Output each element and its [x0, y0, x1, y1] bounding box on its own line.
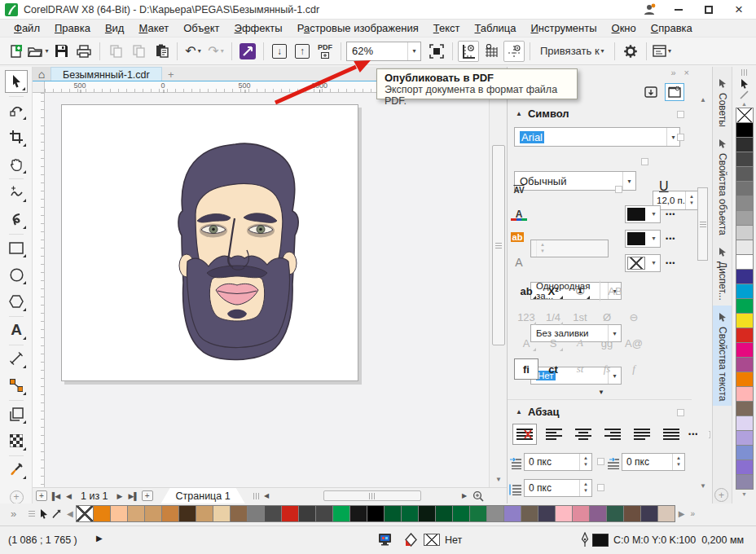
font-style-dropdown-icon[interactable]: ▾	[622, 172, 635, 190]
opentype-feature-button[interactable]: A	[514, 332, 538, 354]
docker-scroll-up-icon[interactable]: ▲	[697, 93, 710, 106]
color-swatch[interactable]	[736, 137, 754, 152]
color-swatch[interactable]	[298, 505, 316, 522]
docker-tab[interactable]: Диспет...	[713, 240, 732, 306]
opentype-feature-button[interactable]: ⊖	[622, 306, 646, 328]
menu-item[interactable]: Правка	[47, 20, 98, 36]
add-page-after-button[interactable]: +	[142, 490, 153, 501]
palette-nav-left-icon[interactable]: ◀	[64, 509, 76, 518]
palette-overflow-left[interactable]: »	[0, 503, 27, 524]
kerning-checkbox[interactable]	[615, 186, 622, 193]
color-swatch[interactable]	[736, 459, 754, 475]
snap-dropdown-icon[interactable]: ▾	[601, 47, 604, 55]
menu-item[interactable]: Макет	[131, 20, 176, 36]
snap-to-button[interactable]: Привязать к ▾	[535, 41, 609, 62]
freehand-tool[interactable]	[5, 181, 28, 204]
color-swatch[interactable]	[76, 505, 94, 522]
crop-tool[interactable]	[5, 125, 28, 148]
font-name-combo[interactable]: Arial ▾	[514, 127, 680, 147]
color-swatch[interactable]	[736, 122, 754, 138]
close-button[interactable]: ×	[727, 1, 751, 19]
menu-item[interactable]: Вид	[98, 20, 132, 36]
opentype-feature-button[interactable]: A	[568, 332, 592, 354]
spin-arrows[interactable]: ▲▼	[672, 454, 684, 470]
color-swatch[interactable]	[736, 240, 754, 255]
import-styles-icon[interactable]	[641, 83, 661, 101]
spin-arrows[interactable]: ▲▼	[579, 454, 591, 470]
palette-scroll-down-icon[interactable]: ▼	[739, 491, 749, 497]
align-none-button[interactable]	[512, 424, 537, 445]
docker-tab[interactable]: Советы	[713, 72, 732, 132]
menu-item[interactable]: Объект	[176, 20, 226, 36]
zoom-magnifier-icon[interactable]	[472, 490, 484, 502]
window-options-dropdown-icon[interactable]: ▾	[668, 47, 671, 55]
color-swatch[interactable]	[640, 505, 658, 522]
paragraph-section-header[interactable]: ▲ Абзац	[516, 406, 560, 418]
font-name-checkbox[interactable]	[677, 134, 684, 141]
color-swatch[interactable]	[736, 298, 754, 314]
docker-tab[interactable]: Свойства текста	[713, 306, 732, 406]
last-page-button[interactable]: ▶▌	[128, 490, 140, 502]
show-grid-button[interactable]	[481, 41, 502, 62]
color-swatch[interactable]	[736, 357, 754, 372]
background-color-dropdown-icon[interactable]: ▼	[648, 231, 660, 247]
h-scroll-right-icon[interactable]: ▶	[459, 490, 471, 502]
color-swatch[interactable]	[332, 505, 350, 522]
color-swatch[interactable]	[736, 181, 754, 196]
color-swatch[interactable]	[589, 505, 607, 522]
connector-tool[interactable]	[5, 374, 28, 397]
color-swatch[interactable]	[486, 505, 504, 522]
docker-scroll-thumb[interactable]	[697, 187, 708, 261]
palette-eyedropper-icon[interactable]	[740, 90, 749, 99]
color-eyedropper-tool[interactable]	[5, 458, 28, 481]
color-swatch[interactable]	[736, 445, 754, 460]
background-settings-button[interactable]: •••	[666, 235, 675, 243]
opentype-feature-button[interactable]: S	[541, 332, 565, 354]
drawing-canvas[interactable]	[45, 93, 489, 487]
font-style-checkbox[interactable]	[641, 158, 648, 165]
open-dropdown-icon[interactable]: ▾	[45, 47, 48, 55]
fill-settings-button[interactable]: •••	[666, 210, 675, 218]
docker-scrollbar[interactable]: ▲ ▼	[697, 106, 709, 489]
background-color-swatch-combo[interactable]: ▼	[625, 230, 661, 248]
palette-eyedropper-icon[interactable]	[51, 509, 61, 519]
opentype-feature-button[interactable]: ab	[514, 280, 538, 301]
color-swatch[interactable]	[418, 505, 436, 522]
opentype-feature-button[interactable]: f	[622, 358, 646, 380]
fill-color-swatch-combo[interactable]: ▼	[625, 205, 661, 223]
window-options-button[interactable]: ▾	[652, 41, 673, 62]
pick-tool[interactable]	[5, 70, 28, 93]
outline-settings-button[interactable]: •••	[666, 259, 675, 267]
user-account-icon[interactable]	[643, 3, 656, 16]
color-swatch[interactable]	[435, 505, 453, 522]
outline-color-swatch-combo[interactable]: ▼	[625, 254, 661, 272]
zoom-dropdown-icon[interactable]: ▾	[407, 42, 420, 60]
left-indent-spinner[interactable]: 0 пкс ▲▼	[524, 479, 592, 497]
indent-checkbox[interactable]	[597, 484, 604, 491]
color-swatch[interactable]	[230, 505, 248, 522]
character-section-header[interactable]: ▲ Символ	[516, 108, 569, 120]
document-page[interactable]	[61, 104, 358, 381]
canvas-vertical-scrollbar[interactable]: ▲ ▼	[489, 81, 507, 487]
menu-item[interactable]: Инструменты	[523, 20, 604, 36]
opentype-feature-button[interactable]: ①	[568, 280, 592, 301]
splitter-grip[interactable]	[253, 493, 259, 499]
app-launcher-button[interactable]	[237, 41, 258, 62]
collapse-icon[interactable]: ▲	[516, 408, 522, 416]
align-left-button[interactable]	[542, 424, 566, 445]
add-docker-button[interactable]: +	[714, 488, 728, 502]
horizontal-scroll-thumb[interactable]	[323, 490, 421, 501]
outline-color-dropdown-icon[interactable]: ▼	[648, 255, 660, 271]
next-page-button[interactable]: ▶	[114, 490, 126, 502]
fit-page-button[interactable]	[426, 41, 447, 62]
h-scroll-left-icon[interactable]: ◀	[261, 490, 273, 502]
menu-item[interactable]: Файл	[7, 20, 47, 36]
opentype-feature-button[interactable]: 123	[514, 306, 538, 328]
color-swatch[interactable]	[736, 225, 754, 240]
menu-item[interactable]: Таблица	[468, 20, 524, 36]
color-swatch[interactable]	[736, 313, 754, 328]
align-center-button[interactable]	[571, 424, 596, 445]
color-swatch[interactable]	[736, 372, 754, 387]
color-swatch[interactable]	[736, 152, 754, 167]
justify-full-button[interactable]	[630, 424, 654, 445]
